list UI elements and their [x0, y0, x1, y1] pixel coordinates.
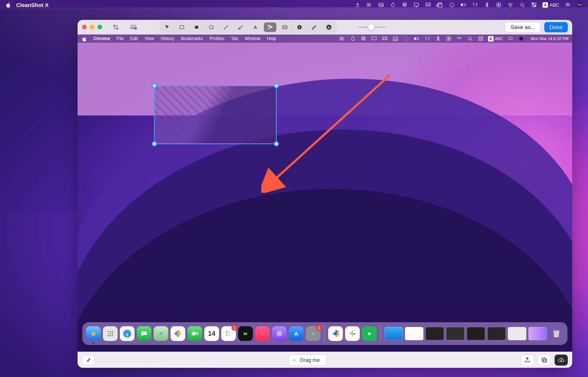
display-icon: [371, 36, 377, 42]
export-button[interactable]: [521, 355, 534, 366]
svg-point-62: [175, 332, 178, 335]
upload-cloud-button[interactable]: [555, 355, 568, 366]
svg-point-55: [108, 335, 109, 337]
bluetooth-icon[interactable]: [484, 2, 490, 8]
siri-icon[interactable]: [576, 2, 583, 8]
screenshot-menus: Chrome File Edit View History Bookmarks …: [93, 36, 276, 41]
svg-rect-38: [383, 37, 387, 40]
copy-button[interactable]: [538, 355, 551, 366]
svg-rect-15: [566, 3, 569, 6]
text-tool[interactable]: A: [249, 22, 262, 32]
resize-handle-tr[interactable]: [274, 83, 279, 88]
annotate-tools: A 1 A: [159, 21, 337, 33]
user-switch-icon[interactable]: [564, 2, 571, 8]
input-source[interactable]: AABC: [542, 2, 559, 8]
rectangle-tool[interactable]: [176, 22, 188, 32]
mirror-icon[interactable]: [425, 2, 431, 8]
control-center-icon[interactable]: [531, 2, 537, 8]
crop-button[interactable]: [110, 22, 122, 32]
canvas[interactable]: Chrome File Edit View History Bookmarks …: [78, 35, 572, 352]
drag-handle[interactable]: ≡ Drag me: [288, 355, 327, 366]
search-icon: [467, 36, 473, 42]
close-window-button[interactable]: [82, 25, 87, 29]
search-icon[interactable]: [519, 2, 526, 8]
editor-toolbar: A 1 A Save as... Done: [78, 20, 572, 35]
svg-rect-26: [271, 26, 272, 28]
host-app-name[interactable]: CleanShot X: [16, 2, 49, 8]
control-center-icon: [477, 36, 484, 42]
dock-launchpad: [103, 326, 118, 341]
line-tool[interactable]: [220, 22, 232, 32]
battery-icon[interactable]: [460, 2, 467, 8]
pixelated-region: [155, 86, 276, 143]
display-icon[interactable]: [413, 2, 420, 8]
wifi-icon[interactable]: [507, 2, 514, 8]
dock-photos: [171, 326, 185, 341]
zoom-window-button[interactable]: [97, 25, 102, 29]
svg-rect-37: [372, 37, 376, 40]
editor-bottom-bar: ≡ Drag me: [78, 352, 572, 368]
menu-item: Window: [245, 36, 261, 41]
svg-rect-46: [509, 37, 512, 40]
highlight-tool[interactable]: [279, 22, 291, 32]
calendar-icon[interactable]: 14: [437, 2, 443, 8]
svg-rect-65: [228, 331, 231, 332]
calendar-icon: 14: [392, 36, 399, 42]
dock-window-thumb: [426, 327, 444, 340]
arrow-tool[interactable]: [234, 22, 247, 32]
droplet-icon[interactable]: [390, 2, 396, 8]
done-button[interactable]: Done: [544, 22, 568, 32]
svg-text:A: A: [327, 25, 330, 29]
apple-logo-icon[interactable]: [5, 2, 12, 8]
pen-tool[interactable]: [308, 22, 320, 32]
dock-settings: ⚙️1: [306, 326, 320, 341]
svg-point-43: [468, 37, 471, 40]
host-status-area: 14 AABC: [354, 2, 583, 8]
svg-rect-27: [268, 28, 269, 29]
svg-rect-82: [542, 358, 545, 361]
svg-rect-25: [270, 25, 271, 26]
minimize-window-button[interactable]: [90, 25, 94, 29]
sparkle-icon[interactable]: [448, 2, 455, 8]
airpods-icon[interactable]: [472, 2, 478, 8]
picture-icon[interactable]: [378, 2, 384, 8]
dock-window-thumb: [508, 327, 526, 340]
menu-item: File: [116, 36, 123, 41]
svg-point-51: [112, 331, 113, 332]
menu-item: Tab: [231, 36, 238, 41]
pin-button[interactable]: [82, 355, 94, 365]
add-background-button[interactable]: [126, 22, 142, 32]
input-source: AABC: [488, 36, 503, 42]
play-circle-icon[interactable]: [495, 2, 502, 8]
dock-window-thumb: [528, 327, 547, 340]
bluetooth-icon: [435, 36, 441, 42]
svg-point-64: [226, 331, 227, 332]
menu-item: Edit: [130, 36, 138, 41]
save-as-button[interactable]: Save as...: [505, 22, 541, 32]
resize-handle-br[interactable]: [274, 141, 279, 146]
svg-point-36: [341, 38, 342, 39]
svg-point-10: [521, 3, 524, 6]
mirror-icon: [381, 36, 388, 42]
svg-rect-28: [270, 26, 271, 28]
resize-handle-tl[interactable]: [152, 83, 157, 88]
svg-rect-30: [283, 26, 286, 28]
filled-rect-tool[interactable]: [190, 22, 203, 32]
resize-handle-bl[interactable]: [152, 141, 157, 146]
screenshot-dock: 🙂 🗺️ 14 1 tv ♪ ⚙️1: [82, 322, 567, 345]
counter-tool[interactable]: 1: [293, 22, 306, 32]
menu-item: View: [144, 36, 154, 41]
menu-item: Profiles: [210, 36, 225, 41]
dock-safari: [120, 326, 135, 341]
menu-item: Bookmarks: [181, 36, 203, 41]
text-style-tool[interactable]: A: [323, 22, 335, 32]
size-slider[interactable]: [357, 26, 387, 28]
svg-text:A: A: [254, 25, 257, 30]
pixelate-tool[interactable]: [264, 22, 276, 32]
pixelate-selection[interactable]: [154, 85, 277, 144]
download-icon[interactable]: [354, 2, 361, 8]
ellipse-tool[interactable]: [205, 22, 218, 32]
stack-icon[interactable]: [401, 2, 408, 8]
select-tool[interactable]: [161, 22, 173, 32]
record-icon[interactable]: [366, 2, 373, 8]
